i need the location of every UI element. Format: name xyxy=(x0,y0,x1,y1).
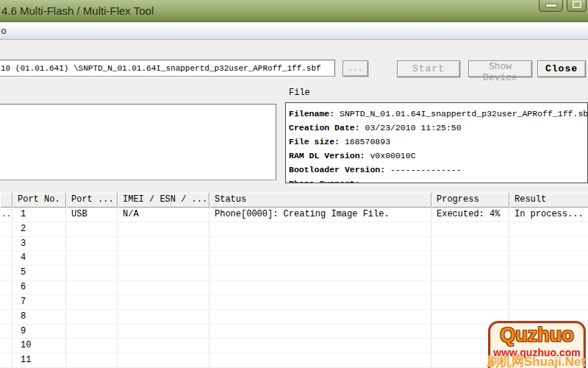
table-cell xyxy=(509,295,588,309)
table-cell: In process... xyxy=(509,208,588,222)
table-cell: 10 xyxy=(12,339,66,353)
maximize-button[interactable] xyxy=(567,0,587,12)
app-window: 4.6 Multi-Flash / Multi-Flex Tool o ... … xyxy=(0,0,588,368)
watermark-overlay: 刷机网Shuaji.Net xyxy=(487,353,588,368)
table-cell xyxy=(66,280,118,294)
file-info-field-value: SNPTD_N_01.01.64I_snappertd_p32user_APRo… xyxy=(334,109,588,118)
table-cell: 4 xyxy=(12,251,66,265)
table-cell xyxy=(0,295,12,309)
table-cell xyxy=(0,222,12,236)
table-cell: 11 xyxy=(12,353,66,367)
file-info-field-value: v0x00010C xyxy=(365,151,416,160)
close-button[interactable]: Close xyxy=(537,60,586,77)
table-cell xyxy=(118,266,209,280)
table-cell xyxy=(118,310,209,324)
table-cell xyxy=(118,222,209,236)
table-cell xyxy=(209,266,431,280)
table-cell: USB xyxy=(66,208,118,222)
table-row[interactable]: 4 xyxy=(0,251,588,266)
table-cell xyxy=(209,310,431,324)
table-cell: Executed: 4% xyxy=(431,208,509,222)
start-button[interactable]: Start xyxy=(397,60,460,77)
table-cell xyxy=(0,280,12,294)
table-cell: 3 xyxy=(12,237,66,251)
table-cell xyxy=(0,353,12,367)
table-cell: 9 xyxy=(12,325,66,339)
browse-button[interactable]: ... xyxy=(343,60,368,77)
table-cell xyxy=(66,325,118,339)
table-cell xyxy=(209,222,431,236)
file-info-field-label: Filename: xyxy=(289,109,334,118)
file-info-line: File size: 168570893 xyxy=(289,135,587,149)
table-cell xyxy=(118,237,209,251)
table-cell: 8 xyxy=(12,310,66,324)
table-cell xyxy=(209,339,431,353)
menubar[interactable]: o xyxy=(0,23,588,40)
table-row[interactable]: ..1USBN/APhone[0000]: Creating Image Fil… xyxy=(0,208,588,222)
file-info-field-value: 03/23/2010 11:25:50 xyxy=(360,123,462,132)
table-cell xyxy=(509,266,588,280)
minimize-button[interactable] xyxy=(539,0,563,12)
table-cell xyxy=(431,295,509,309)
table-cell xyxy=(509,237,588,251)
table-cell xyxy=(431,251,509,265)
table-cell xyxy=(209,237,431,251)
table-cell xyxy=(431,222,509,236)
table-cell xyxy=(118,295,209,309)
table-cell xyxy=(66,353,118,367)
file-info-field-label: RAM DL Version: xyxy=(289,151,365,160)
titlebar[interactable]: 4.6 Multi-Flash / Multi-Flex Tool xyxy=(0,0,588,22)
show-device-button[interactable]: Show Device xyxy=(468,60,532,77)
table-cell xyxy=(0,325,12,339)
table-cell xyxy=(0,251,12,265)
table-cell xyxy=(431,266,509,280)
table-cell xyxy=(509,251,588,265)
table-cell: .. xyxy=(0,208,12,222)
table-row[interactable]: 6 xyxy=(0,280,588,295)
table-cell xyxy=(431,237,509,251)
column-header[interactable]: IMEI / ESN / ... xyxy=(118,193,209,208)
file-info-field-label: Creation Date: xyxy=(289,123,360,132)
table-cell xyxy=(66,310,118,324)
table-row[interactable]: 2 xyxy=(0,222,588,237)
table-cell xyxy=(66,266,118,280)
file-path-input[interactable] xyxy=(0,60,335,77)
table-row[interactable]: 7 xyxy=(0,295,588,310)
table-row[interactable]: 3 xyxy=(0,237,588,252)
table-cell xyxy=(66,237,118,251)
table-cell xyxy=(431,280,509,294)
table-cell xyxy=(0,310,12,324)
table-cell xyxy=(0,266,12,280)
table-header: Port No.Port ...IMEI / ESN / ...StatusPr… xyxy=(0,193,588,208)
watermark-title: Quzhuo xyxy=(490,324,584,347)
table-cell xyxy=(66,295,118,309)
table-cell: N/A xyxy=(118,208,209,222)
table-cell: 6 xyxy=(12,280,66,294)
column-header[interactable]: Status xyxy=(209,193,431,208)
file-info-list: Filename: SNPTD_N_01.01.64I_snappertd_p3… xyxy=(289,107,587,183)
column-header[interactable]: Port No. xyxy=(12,193,66,208)
file-info-line: Bootloader Version: -------------- xyxy=(289,163,587,177)
table-cell xyxy=(509,222,588,236)
column-header[interactable]: Progress xyxy=(431,193,509,208)
table-cell xyxy=(209,251,431,265)
table-cell xyxy=(66,251,118,265)
table-cell xyxy=(509,280,588,294)
file-info-box: Filename: SNPTD_N_01.01.64I_snappertd_p3… xyxy=(285,102,588,183)
maximize-icon xyxy=(573,1,581,8)
table-cell: Phone[0000]: Creating Image File. xyxy=(209,208,431,222)
table-cell xyxy=(209,325,431,339)
menu-item-partial[interactable]: o xyxy=(1,26,7,37)
file-info-field-label: Phone Support: xyxy=(289,179,360,183)
table-cell xyxy=(0,237,12,251)
device-list-panel xyxy=(0,104,276,180)
column-header[interactable]: Port ... xyxy=(66,193,118,208)
column-header[interactable] xyxy=(0,193,12,208)
window-title: 4.6 Multi-Flash / Multi-Flex Tool xyxy=(1,4,154,17)
column-header[interactable]: Result xyxy=(509,193,588,208)
table-cell xyxy=(118,353,209,367)
file-info-field-label: Bootloader Version: xyxy=(289,165,385,174)
table-row[interactable]: 5 xyxy=(0,266,588,280)
table-cell xyxy=(118,280,209,294)
table-cell: 5 xyxy=(12,266,66,280)
